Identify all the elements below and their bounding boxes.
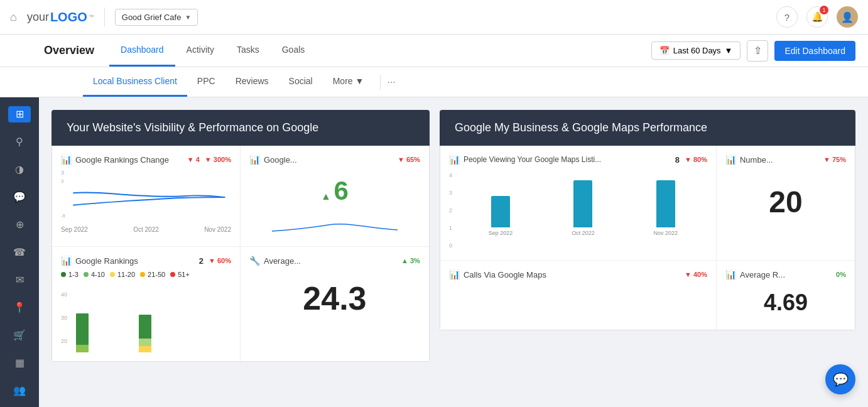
notifications-button[interactable]: 🔔 1 (806, 6, 828, 28)
subtab-local-business[interactable]: Local Business Client (83, 67, 187, 97)
widget-value: 24.3 (249, 271, 420, 326)
sidebar: ⊞ ⚲ ◑ 💬 ⊕ ☎ ✉ 📍 🛒 ▦ 👥 (0, 97, 39, 407)
bar-label: Oct 2022 (572, 230, 595, 236)
chat-bubble-button[interactable]: 💬 (825, 364, 855, 394)
pct-badge: ▼ 40% (685, 271, 707, 278)
logo-logo: LOGO (50, 10, 87, 24)
widget-header: 📊 People Viewing Your Google Maps Listi.… (449, 155, 707, 165)
chart-icon: 📊 (249, 155, 260, 165)
sub-tabs-bar: Local Business Client PPC Reviews Social… (0, 67, 868, 97)
bar-col-3: Nov 2022 (654, 180, 678, 236)
average-rating-widget: 📊 Average R... 0% 4.69 (717, 261, 855, 330)
company-name: Good Grief Cafe (122, 13, 182, 22)
avatar[interactable]: 👤 (837, 6, 858, 28)
big-number: 20 (769, 185, 802, 219)
big-number: 24.3 (303, 280, 366, 317)
widget-title-row: 📊 Calls Via Google Maps (449, 269, 546, 279)
y-axis: 4 3 2 1 0 (449, 170, 452, 251)
chart-container: 3 3 (61, 170, 231, 233)
tab-dashboard[interactable]: Dashboard (109, 35, 175, 67)
notification-badge: 1 (820, 6, 828, 14)
value: 8 (675, 155, 680, 165)
value-badge: ▼ 4 (187, 156, 200, 163)
help-button[interactable]: ? (776, 6, 798, 28)
pct-badge: ▼ 75% (823, 156, 846, 163)
sidebar-item-mail[interactable]: ✉ (8, 271, 31, 288)
share-button[interactable]: ⇧ (747, 40, 768, 62)
tab-goals[interactable]: Goals (271, 35, 317, 67)
bar (491, 196, 510, 227)
widget-title: Google Rankings Change (75, 155, 169, 165)
subtab-reviews[interactable]: Reviews (225, 67, 279, 97)
date-filter-button[interactable]: 📅 Last 60 Days ▼ (651, 41, 741, 60)
widget-header: 📊 Google... ▼ 65% (249, 155, 420, 165)
widget-icon: 🔧 (249, 256, 260, 266)
sidebar-item-search[interactable]: ⚲ (8, 134, 31, 150)
widget-title: Google Rankings (75, 256, 138, 266)
sidebar-item-social[interactable]: ⊕ (8, 217, 31, 233)
bar-label: Nov 2022 (654, 230, 678, 236)
x-labels: Sep 2022 Oct 2022 Nov 2022 (61, 226, 231, 233)
calls-maps-widget: 📊 Calls Via Google Maps ▼ 40% (440, 261, 717, 330)
subtab-more[interactable]: More ▼ (323, 67, 374, 97)
bar-label: Sep 2022 (489, 230, 513, 236)
legend-11-20: 11-20 (110, 271, 135, 278)
chart-icon: 📊 (449, 269, 460, 279)
body-section: Local Business Client PPC Reviews Social… (0, 67, 868, 407)
pct-badge: ▼ 80% (685, 156, 707, 163)
widget-header: 📊 Calls Via Google Maps ▼ 40% (449, 269, 707, 279)
sidebar-item-chart[interactable]: ◑ (8, 161, 31, 178)
bars-container (76, 283, 151, 352)
bar-segment (76, 345, 89, 352)
svg-text:-9: -9 (61, 213, 65, 219)
sidebar-item-cart[interactable]: 🛒 (8, 327, 31, 343)
nav-tabs: Dashboard Activity Tasks Goals (109, 35, 316, 67)
logo-tm: ™ (89, 14, 94, 20)
left-bottom-row: 📊 Google Rankings 2 ▼ 60% (52, 247, 429, 361)
tab-activity[interactable]: Activity (175, 35, 225, 67)
divider (104, 8, 105, 26)
sidebar-item-location[interactable]: 📍 (8, 299, 31, 315)
bar-segment (139, 346, 151, 352)
widget-title-row: 🔧 Average... (249, 256, 301, 266)
widget-title: People Viewing Your Google Maps Listi... (464, 155, 601, 164)
sidebar-item-people[interactable]: 👥 (8, 382, 31, 398)
up-arrow-icon: ▲ (321, 191, 331, 202)
chart-icon: 📊 (61, 256, 72, 266)
widget-header: 📊 Google Rankings 2 ▼ 60% (61, 256, 231, 266)
bar-group-1 (76, 313, 89, 352)
subtab-ppc[interactable]: PPC (187, 67, 225, 97)
chart-icon: 📊 (725, 155, 736, 165)
more-options-icon[interactable]: ··· (387, 77, 395, 88)
right-section-body: 📊 People Viewing Your Google Maps Listi.… (440, 146, 855, 330)
legend-4-10: 4-10 (84, 271, 105, 278)
rankings-change-widget: 📊 Google Rankings Change ▼ 4 ▼ 300% (52, 146, 241, 246)
dot (110, 272, 115, 277)
calendar-icon: 📅 (659, 46, 670, 55)
legend-1-3: 1-3 (61, 271, 79, 278)
small-line-chart (249, 212, 420, 237)
home-icon[interactable]: ⌂ (10, 11, 17, 24)
main-content: Your Website's Visibility & Performance … (39, 97, 868, 407)
widget-title-row: 📊 People Viewing Your Google Maps Listi.… (449, 155, 601, 165)
widget-header: 🔧 Average... ▲ 3% (249, 256, 420, 266)
sidebar-item-chat[interactable]: 💬 (8, 189, 31, 205)
maps-bar-chart: 4 3 2 1 0 Sep 20 (449, 170, 707, 251)
subtab-social[interactable]: Social (279, 67, 323, 97)
maps-listing-widget: 📊 People Viewing Your Google Maps Listi.… (440, 146, 717, 260)
company-dropdown[interactable]: Good Grief Cafe ▼ (115, 9, 198, 26)
widget-header: 📊 Google Rankings Change ▼ 4 ▼ 300% (61, 155, 231, 165)
sidebar-item-phone[interactable]: ☎ (8, 244, 31, 261)
dot (84, 272, 89, 277)
sidebar-item-grid[interactable]: ⊞ (8, 106, 31, 122)
badges: 2 ▼ 60% (199, 256, 231, 266)
value: 2 (199, 256, 203, 266)
sidebar-item-analytics[interactable]: ▦ (8, 354, 31, 371)
secondary-nav-right: 📅 Last 60 Days ▼ ⇧ Edit Dashboard (651, 40, 855, 62)
widget-badges: ▼ 4 ▼ 300% (187, 156, 231, 163)
tab-tasks[interactable]: Tasks (225, 35, 271, 67)
left-section: Your Website's Visibility & Performance … (52, 110, 430, 362)
pct-badge: ▼ 60% (209, 257, 231, 264)
google-widget: 📊 Google... ▼ 65% ▲ 6 (241, 146, 429, 246)
edit-dashboard-button[interactable]: Edit Dashboard (774, 41, 855, 61)
